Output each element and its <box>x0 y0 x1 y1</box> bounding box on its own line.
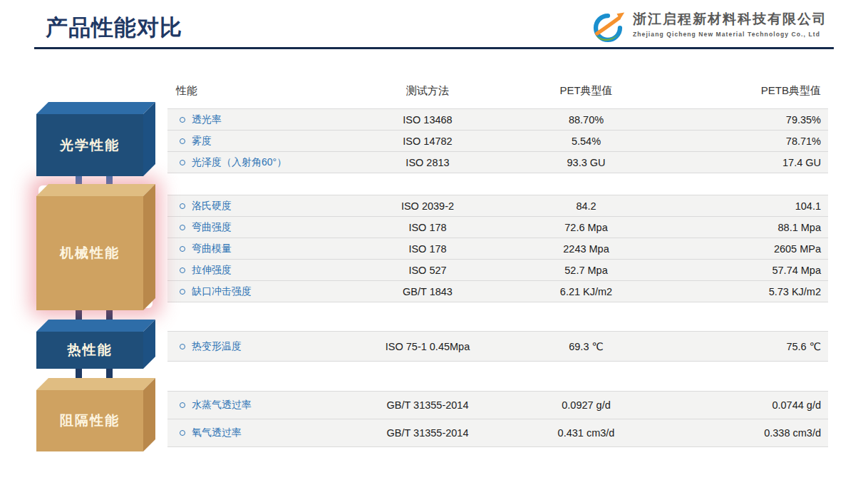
box-top-face <box>36 378 155 390</box>
column-header-petb: PETB典型值 <box>650 84 821 98</box>
bullet-icon <box>180 160 185 165</box>
property-name: 雾度 <box>180 135 212 148</box>
petb-value: 0.0744 g/d <box>650 399 821 411</box>
test-method: ISO 2813 <box>335 157 520 168</box>
pet-value: 72.6 Mpa <box>513 222 659 233</box>
bullet-icon <box>180 117 185 123</box>
test-method: GB/T 1843 <box>335 286 520 297</box>
bullet-icon <box>180 225 185 230</box>
pet-value: 84.2 <box>513 200 659 212</box>
table-row: 水蒸气透过率 GB/T 31355-2014 0.0927 g/d 0.0744… <box>167 392 828 419</box>
property-name: 洛氏硬度 <box>180 200 232 213</box>
box-top-face <box>36 320 155 332</box>
bullet-icon <box>180 402 185 408</box>
column-header-test-method: 测试方法 <box>335 84 520 98</box>
pet-value: 5.54% <box>513 136 659 147</box>
pet-value: 88.70% <box>513 114 659 126</box>
petb-value: 5.73 KJ/m2 <box>650 286 821 297</box>
bullet-icon <box>180 289 185 295</box>
petb-value: 104.1 <box>650 200 821 212</box>
box-right-face <box>143 378 155 451</box>
petb-value: 79.35% <box>650 114 821 126</box>
table-row: 弯曲强度 ISO 178 72.6 Mpa 88.1 Mpa <box>167 217 828 238</box>
box-right-face <box>143 184 155 310</box>
optical-section: 透光率 ISO 13468 88.70% 79.35% 雾度 ISO 14782… <box>167 108 828 173</box>
table-row: 热变形温度 ISO 75-1 0.45Mpa 69.3 ℃ 75.6 ℃ <box>167 332 828 362</box>
test-method: ISO 75-1 0.45Mpa <box>335 341 520 352</box>
test-method: GB/T 31355-2014 <box>335 399 520 411</box>
property-name: 热变形温度 <box>180 340 242 353</box>
box-top-face <box>36 102 155 114</box>
pet-value: 2243 Mpa <box>513 243 659 255</box>
petb-value: 57.74 Mpa <box>650 265 821 276</box>
company-name-zh: 浙江启程新材料科技有限公司 <box>633 10 827 29</box>
test-method: ISO 527 <box>335 265 520 276</box>
bullet-icon <box>180 344 185 349</box>
company-logo: 浙江启程新材料科技有限公司 Zhejiang Qicheng New Mater… <box>589 10 827 46</box>
property-name: 弯曲强度 <box>180 221 232 234</box>
bullet-icon <box>180 246 185 252</box>
category-label: 光学性能 <box>60 136 120 155</box>
thermal-section: 热变形温度 ISO 75-1 0.45Mpa 69.3 ℃ 75.6 ℃ <box>167 331 828 362</box>
pet-value: 0.431 cm3/d <box>513 427 659 439</box>
table-row: 缺口冲击强度 GB/T 1843 6.21 KJ/m2 5.73 KJ/m2 <box>167 281 828 302</box>
category-label: 机械性能 <box>60 244 120 262</box>
bullet-icon <box>180 267 185 273</box>
property-name: 光泽度（入射角60°） <box>180 156 286 169</box>
test-method: ISO 13468 <box>335 114 520 126</box>
table-row: 透光率 ISO 13468 88.70% 79.35% <box>167 109 828 131</box>
page-title: 产品性能对比 <box>46 13 182 43</box>
petb-value: 2605 MPa <box>650 243 821 255</box>
pet-value: 93.3 GU <box>513 157 659 168</box>
box-front-face: 机械性能 <box>36 196 143 310</box>
bullet-icon <box>180 430 185 436</box>
pet-value: 0.0927 g/d <box>513 399 659 411</box>
property-name: 弯曲模量 <box>180 242 232 255</box>
petb-value: 0.338 cm3/d <box>650 427 821 439</box>
table-row: 氧气透过率 GB/T 31355-2014 0.431 cm3/d 0.338 … <box>167 419 828 447</box>
test-method: ISO 178 <box>335 222 520 233</box>
category-label: 阻隔性能 <box>60 412 120 430</box>
box-front-face: 光学性能 <box>36 114 143 176</box>
test-method: ISO 2039-2 <box>335 200 520 212</box>
petb-value: 75.6 ℃ <box>650 341 821 352</box>
property-name: 氧气透过率 <box>180 427 242 439</box>
pet-value: 69.3 ℃ <box>513 341 659 352</box>
company-name-en: Zhejiang Qicheng New Material Technology… <box>633 31 827 38</box>
box-right-face <box>143 102 155 176</box>
title-divider <box>34 47 834 49</box>
column-header-property: 性能 <box>176 84 197 98</box>
test-method: GB/T 31355-2014 <box>335 427 520 439</box>
petb-value: 88.1 Mpa <box>650 222 821 233</box>
table-row: 光泽度（入射角60°） ISO 2813 93.3 GU 17.4 GU <box>167 152 828 173</box>
barrier-section: 水蒸气透过率 GB/T 31355-2014 0.0927 g/d 0.0744… <box>167 391 828 447</box>
bullet-icon <box>180 203 185 209</box>
pet-value: 6.21 KJ/m2 <box>513 286 659 297</box>
box-front-face: 阻隔性能 <box>36 390 143 451</box>
petb-value: 17.4 GU <box>650 157 821 168</box>
table-row: 弯曲模量 ISO 178 2243 Mpa 2605 MPa <box>167 238 828 260</box>
box-top-face <box>36 184 155 196</box>
mechanical-section: 洛氏硬度 ISO 2039-2 84.2 104.1 弯曲强度 ISO 178 … <box>167 195 828 302</box>
table-row: 拉伸强度 ISO 527 52.7 Mpa 57.74 Mpa <box>167 260 828 281</box>
table-row: 洛氏硬度 ISO 2039-2 84.2 104.1 <box>167 195 828 217</box>
box-front-face: 热性能 <box>36 332 143 369</box>
pet-value: 52.7 Mpa <box>513 265 659 276</box>
property-name: 透光率 <box>180 113 222 126</box>
company-name-block: 浙江启程新材料科技有限公司 Zhejiang Qicheng New Mater… <box>633 10 827 38</box>
table-row: 雾度 ISO 14782 5.54% 78.71% <box>167 131 828 152</box>
bullet-icon <box>180 138 185 144</box>
test-method: ISO 178 <box>335 243 520 255</box>
property-name: 拉伸强度 <box>180 264 232 277</box>
category-label: 热性能 <box>68 341 113 359</box>
column-header-pet: PET典型值 <box>513 84 659 98</box>
qicheng-q-logo-icon <box>589 10 627 46</box>
property-name: 缺口冲击强度 <box>180 285 252 298</box>
petb-value: 78.71% <box>650 136 821 147</box>
property-name: 水蒸气透过率 <box>180 399 252 412</box>
test-method: ISO 14782 <box>335 136 520 147</box>
